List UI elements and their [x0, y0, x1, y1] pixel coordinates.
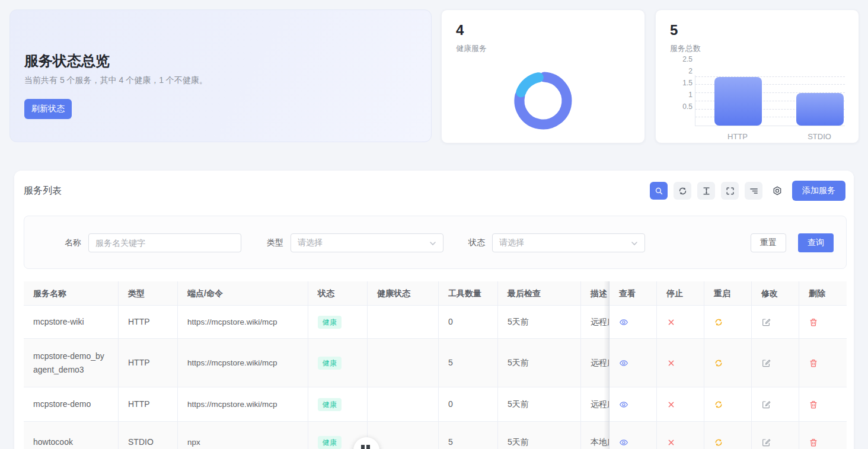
status-filter-label: 状态 [468, 238, 485, 248]
name-filter-input[interactable] [95, 238, 234, 248]
delete-icon [809, 317, 818, 327]
total-label: 服务总数 [670, 43, 844, 54]
healthy-count: 4 [456, 22, 630, 39]
restart-icon [714, 400, 723, 409]
delete-cell [799, 306, 847, 338]
bar-http [714, 77, 762, 126]
delete-button[interactable] [809, 358, 818, 368]
delete-button[interactable] [809, 438, 818, 447]
description-cell: 远程服务 [581, 387, 609, 421]
refresh-status-button[interactable]: 刷新状态 [24, 99, 72, 119]
restart-button[interactable] [714, 400, 723, 409]
settings-button[interactable] [768, 182, 786, 200]
edit-button[interactable] [761, 317, 771, 327]
column-header: 删除 [799, 281, 847, 305]
delete-button[interactable] [809, 317, 818, 327]
edit-icon [761, 317, 771, 327]
stop-cell [657, 339, 704, 387]
view-button[interactable] [619, 438, 628, 447]
service-type-cell: HTTP [119, 339, 178, 387]
column-header: 最后检查 [498, 281, 581, 305]
edit-icon [761, 400, 771, 409]
stop-button[interactable] [666, 317, 676, 327]
health-status-cell [368, 339, 439, 387]
column-filter-button[interactable] [745, 182, 762, 200]
restart-button[interactable] [714, 438, 723, 447]
service-status-cell: 健康 [308, 339, 368, 387]
edit-button[interactable] [761, 358, 771, 368]
edit-cell [752, 422, 799, 449]
fullscreen-button[interactable] [721, 182, 739, 200]
view-cell [609, 339, 657, 387]
status-filter-select[interactable]: 请选择 [492, 233, 645, 252]
restart-cell [704, 339, 752, 387]
overview-card: 服务状态总览 当前共有 5 个服务，其中 4 个健康，1 个不健康。 刷新状态 [9, 9, 432, 142]
name-filter-label: 名称 [65, 238, 81, 248]
table-row: howtocookSTDIOnpx健康55天前本地服务 [24, 422, 847, 449]
search-toggle-button[interactable] [650, 182, 668, 200]
edit-button[interactable] [761, 438, 771, 447]
service-list-panel: 服务列表 添加服务 名称 [14, 171, 854, 449]
service-endpoint-cell: https://mcpstore.wiki/mcp [178, 387, 308, 421]
stop-icon [666, 438, 676, 447]
table-header-row: 服务名称类型端点/命令状态健康状态工具数量最后检查描述查看停止重启修改删除 [24, 281, 847, 306]
view-button[interactable] [619, 317, 628, 327]
total-services-card: 5 服务总数 0.511.522.5HTTPSTDIO [655, 9, 859, 143]
view-button[interactable] [619, 358, 628, 368]
restart-button[interactable] [714, 358, 723, 368]
table-toolbar: 添加服务 [644, 181, 845, 201]
stop-button[interactable] [666, 438, 676, 447]
add-service-button[interactable]: 添加服务 [792, 181, 845, 201]
description-cell: 远程服务 [581, 306, 609, 338]
service-name-cell: mcpstore-demo_byagent_demo3 [24, 339, 119, 387]
row-height-button[interactable] [697, 182, 715, 200]
table-row: mcpstore-wikiHTTPhttps://mcpstore.wiki/m… [24, 306, 847, 339]
stop-button[interactable] [666, 400, 676, 409]
edit-icon [761, 438, 771, 447]
view-icon [619, 438, 628, 447]
column-header: 端点/命令 [178, 281, 308, 305]
restart-button[interactable] [714, 317, 723, 327]
view-icon [619, 358, 628, 368]
delete-button[interactable] [809, 400, 818, 409]
services-table: 服务名称类型端点/命令状态健康状态工具数量最后检查描述查看停止重启修改删除mcp… [24, 281, 847, 449]
health-status-cell [368, 306, 439, 338]
column-header: 描述 [581, 281, 609, 305]
y-axis-tick: 2.5 [682, 55, 693, 63]
refresh-table-button[interactable] [674, 182, 691, 200]
overview-title: 服务状态总览 [24, 52, 110, 70]
service-name-cell: mcpstore-demo [24, 387, 119, 421]
description-cell: 远程服务 [581, 339, 609, 387]
y-axis-tick: 0.5 [682, 102, 693, 111]
delete-cell [799, 422, 847, 449]
y-axis-tick: 2 [688, 67, 693, 75]
stop-cell [657, 306, 704, 338]
service-status-cell: 健康 [308, 306, 368, 338]
view-button[interactable] [619, 400, 628, 409]
column-header: 停止 [657, 281, 704, 305]
stop-cell [657, 422, 704, 449]
status-badge: 健康 [318, 398, 342, 411]
column-header: 工具数量 [439, 281, 498, 305]
column-header: 状态 [308, 281, 368, 305]
service-type-cell: HTTP [119, 306, 178, 338]
chevron-down-icon [429, 239, 437, 248]
edit-button[interactable] [761, 400, 771, 409]
table-row: mcpstore-demo_byagent_demo3HTTPhttps://m… [24, 339, 847, 387]
health-donut-chart [442, 68, 644, 133]
healthy-label: 健康服务 [456, 43, 630, 54]
column-header: 健康状态 [368, 281, 439, 305]
stop-button[interactable] [666, 358, 676, 368]
reset-button[interactable]: 重置 [751, 233, 786, 252]
delete-icon [809, 358, 818, 368]
stop-icon [666, 317, 676, 327]
restart-cell [704, 387, 752, 421]
row-height-icon [701, 186, 711, 196]
view-icon [619, 317, 628, 327]
query-button[interactable]: 查询 [798, 233, 834, 252]
description-cell: 本地服务 [581, 422, 609, 449]
bar-stdio [796, 93, 844, 126]
last-check-cell: 5天前 [498, 387, 581, 421]
type-filter-select[interactable]: 请选择 [291, 233, 443, 252]
view-cell [609, 387, 657, 421]
